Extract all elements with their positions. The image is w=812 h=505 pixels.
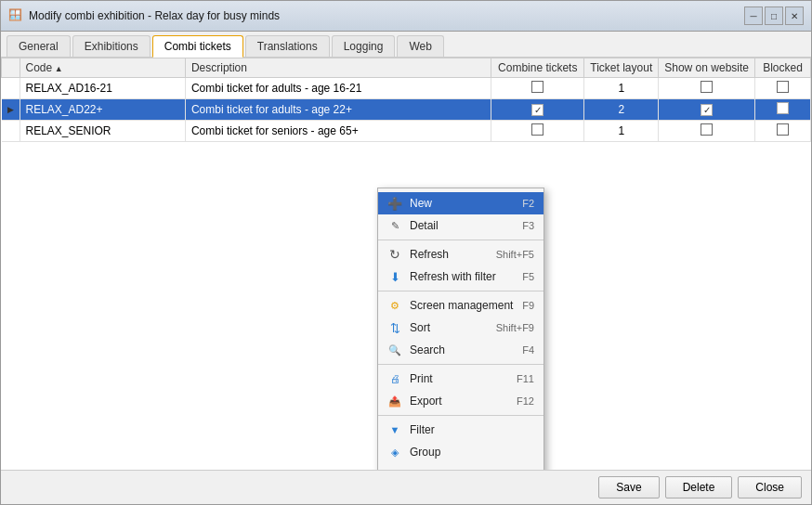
cell-blocked[interactable] (755, 121, 811, 142)
detail-icon: ✎ (387, 218, 402, 233)
group-icon: ◈ (387, 445, 402, 460)
menu-label-refresh-filter: Refresh with filter (410, 270, 515, 283)
menu-label-sort: Sort (410, 321, 489, 334)
screen-mgmt-icon: ⚙ (387, 298, 402, 313)
tab-logging[interactable]: Logging (332, 35, 396, 57)
tab-translations[interactable]: Translations (245, 35, 330, 57)
tab-web[interactable]: Web (397, 35, 443, 57)
export-icon: 📤 (387, 394, 402, 408)
col-combine[interactable]: Combine tickets (491, 58, 584, 78)
window-icon: 🪟 (8, 8, 23, 23)
content-area: Code Description Combine tickets Ticket … (1, 58, 811, 470)
menu-item-incl-blocked[interactable]: ⊗ Incl. blocked (378, 463, 544, 470)
menu-item-screen-mgmt[interactable]: ⚙ Screen management F9 (378, 294, 544, 317)
tab-combi-tickets[interactable]: Combi tickets (152, 35, 243, 58)
incl-blocked-icon: ⊗ (387, 467, 402, 470)
tab-bar: General Exhibitions Combi tickets Transl… (1, 32, 811, 58)
search-icon: 🔍 (387, 343, 402, 357)
cell-combine[interactable] (491, 99, 584, 121)
table-row[interactable]: ▶ RELAX_AD22+ Combi ticket for adults - … (2, 99, 811, 121)
filter-icon: ▼ (387, 422, 402, 437)
tab-exhibitions[interactable]: Exhibitions (72, 35, 151, 57)
menu-item-refresh-filter[interactable]: ⬇ Refresh with filter F5 (378, 265, 544, 288)
menu-label-new: New (410, 197, 515, 210)
window-title: Modify combi exhibition - Relax day for … (29, 9, 280, 22)
main-window: 🪟 Modify combi exhibition - Relax day fo… (0, 0, 812, 505)
menu-item-refresh[interactable]: ↻ Refresh Shift+F5 (378, 243, 544, 265)
menu-item-export[interactable]: 📤 Export F12 (378, 390, 544, 412)
menu-label-print: Print (410, 372, 509, 385)
delete-button[interactable]: Delete (665, 476, 733, 499)
cell-ticket-layout: 2 (584, 99, 659, 121)
close-button[interactable]: ✕ (785, 6, 804, 25)
menu-shortcut-export: F12 (517, 395, 534, 407)
cell-ticket-layout: 1 (584, 78, 659, 99)
cell-blocked[interactable] (755, 78, 811, 99)
table-row[interactable]: RELAX_SENIOR Combi ticket for seniors - … (2, 121, 811, 142)
menu-item-new[interactable]: ➕ New F2 (378, 192, 544, 214)
row-indicator (2, 121, 20, 142)
cell-description[interactable]: Combi ticket for adults - age 22+ (185, 99, 491, 121)
menu-item-detail[interactable]: ✎ Detail F3 (378, 214, 544, 237)
row-indicator: ▶ (2, 99, 20, 121)
context-menu: ➕ New F2 ✎ Detail F3 ↻ Refresh Shift+F5 … (377, 188, 544, 470)
col-show-website[interactable]: Show on website (659, 58, 755, 78)
cell-code[interactable]: RELAX_AD16-21 (20, 78, 185, 99)
separator-2 (378, 291, 544, 291)
menu-label-incl-blocked: Incl. blocked (410, 468, 534, 470)
menu-shortcut-refresh: Shift+F5 (496, 249, 534, 260)
separator-1 (378, 240, 544, 240)
save-button[interactable]: Save (598, 476, 659, 499)
cell-ticket-layout: 1 (584, 121, 659, 142)
row-indicator (2, 78, 20, 99)
combi-tickets-table: Code Description Combine tickets Ticket … (1, 58, 811, 142)
tab-general[interactable]: General (7, 35, 71, 57)
cell-combine[interactable] (491, 78, 584, 99)
cell-combine[interactable] (491, 121, 584, 142)
menu-label-screen-mgmt: Screen management (410, 299, 515, 312)
menu-shortcut-search: F4 (522, 344, 534, 356)
col-description[interactable]: Description (185, 58, 491, 78)
cell-code[interactable]: RELAX_AD22+ (20, 99, 185, 121)
new-icon: ➕ (387, 196, 402, 211)
cell-code[interactable]: RELAX_SENIOR (20, 121, 185, 142)
refresh-filter-icon: ⬇ (387, 269, 402, 284)
window-controls: ─ □ ✕ (744, 6, 804, 25)
menu-shortcut-new: F2 (522, 198, 534, 209)
menu-label-refresh: Refresh (410, 248, 489, 261)
menu-label-search: Search (410, 343, 515, 356)
col-ticket-layout[interactable]: Ticket layout (584, 58, 659, 78)
refresh-icon: ↻ (387, 247, 402, 262)
print-icon: 🖨 (387, 371, 402, 386)
menu-item-group[interactable]: ◈ Group (378, 441, 544, 463)
col-blocked[interactable]: Blocked (755, 58, 811, 78)
col-code[interactable]: Code (20, 58, 185, 78)
separator-4 (378, 415, 544, 416)
table-row[interactable]: RELAX_AD16-21 Combi ticket for adults - … (2, 78, 811, 99)
menu-shortcut-print: F11 (517, 373, 534, 384)
separator-3 (378, 364, 544, 365)
menu-shortcut-screen-mgmt: F9 (522, 300, 534, 311)
sort-icon: ⇅ (387, 320, 402, 335)
menu-shortcut-detail: F3 (522, 220, 534, 231)
cell-show-website[interactable] (659, 78, 755, 99)
menu-label-filter: Filter (410, 423, 534, 436)
menu-item-sort[interactable]: ⇅ Sort Shift+F9 (378, 317, 544, 339)
menu-item-search[interactable]: 🔍 Search F4 (378, 339, 544, 361)
maximize-button[interactable]: □ (765, 6, 783, 25)
cell-description[interactable]: Combi ticket for adults - age 16-21 (185, 78, 491, 99)
title-bar: 🪟 Modify combi exhibition - Relax day fo… (1, 1, 811, 32)
cell-description[interactable]: Combi ticket for seniors - age 65+ (185, 121, 491, 142)
footer: Save Delete Close (1, 470, 811, 504)
menu-item-print[interactable]: 🖨 Print F11 (378, 368, 544, 390)
minimize-button[interactable]: ─ (744, 6, 763, 25)
close-button-footer[interactable]: Close (738, 476, 802, 499)
menu-label-detail: Detail (410, 219, 515, 232)
menu-shortcut-refresh-filter: F5 (522, 271, 534, 282)
cell-show-website[interactable] (659, 121, 755, 142)
menu-label-group: Group (410, 446, 534, 459)
cell-show-website[interactable] (659, 99, 755, 121)
menu-item-filter[interactable]: ▼ Filter (378, 419, 544, 441)
cell-blocked[interactable] (755, 99, 811, 121)
col-indicator (2, 58, 20, 78)
